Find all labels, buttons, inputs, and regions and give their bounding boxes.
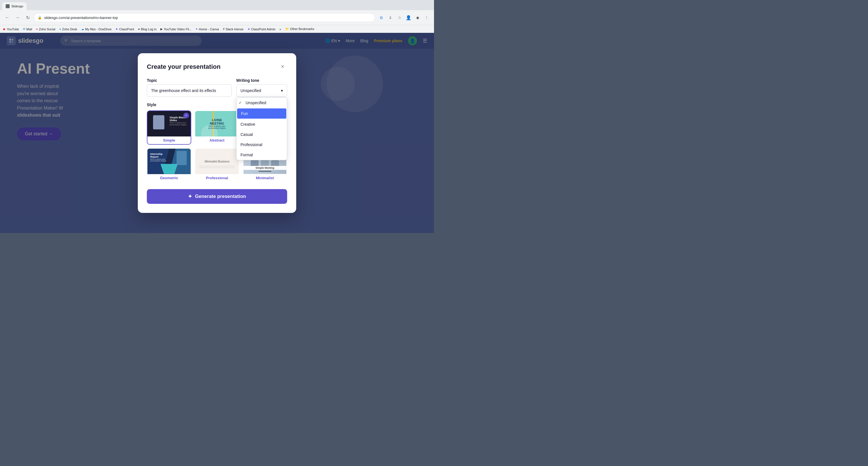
tone-label: Writing tone bbox=[236, 78, 287, 83]
dropdown-item-casual[interactable]: Casual bbox=[237, 129, 287, 140]
abstract-line1: LIVINE bbox=[208, 118, 225, 122]
extension-icon[interactable]: ◆ bbox=[414, 13, 422, 22]
google-icon[interactable]: G bbox=[377, 13, 385, 22]
dropdown-label-formal: Formal bbox=[241, 153, 253, 157]
dropdown-label-professional: Professional bbox=[241, 142, 262, 147]
simple-text-line2b: presentation begins bbox=[169, 124, 187, 126]
style-thumbnail-geometric: Internship Report Here is where your pre… bbox=[147, 149, 191, 174]
dropdown-item-professional[interactable]: Professional bbox=[237, 140, 287, 150]
min-line bbox=[258, 171, 271, 172]
bookmark-slack[interactable]: #Slack Inknoe bbox=[223, 27, 244, 31]
bookmark-youtube2[interactable]: ▶YouTube Video Fil... bbox=[160, 27, 191, 31]
profile-icon[interactable]: 👤 bbox=[405, 13, 412, 22]
bookmark-zoho-desk[interactable]: ●Zoho Desk bbox=[59, 27, 77, 31]
bookmark-zoho-social[interactable]: ●Zoho Social bbox=[36, 27, 55, 31]
bookmark-icon[interactable]: ☆ bbox=[396, 13, 403, 22]
generate-button-label: Generate presentation bbox=[195, 194, 246, 199]
prof-line2 bbox=[199, 168, 235, 168]
geo-text-line4: presentation begins bbox=[150, 160, 166, 162]
geo-text-line1: Internship bbox=[150, 153, 166, 155]
dropdown-item-formal[interactable]: Formal bbox=[237, 150, 287, 160]
create-presentation-modal: Create your presentation × Topic Writing… bbox=[138, 53, 296, 213]
abstract-line2b: presentation begins bbox=[208, 127, 225, 129]
refresh-button[interactable]: ↻ bbox=[24, 13, 32, 22]
tone-group: Writing tone Unspecified ▾ ✓ Unspecified… bbox=[236, 78, 287, 97]
style-card-simple[interactable]: Simple Black Slides Here is where your p… bbox=[147, 110, 191, 145]
tone-dropdown: ✓ Unspecified Fun Creative Casual Profes… bbox=[236, 97, 287, 160]
download-icon[interactable]: ⇓ bbox=[386, 13, 394, 22]
prof-line1 bbox=[199, 166, 235, 166]
style-thumbnail-abstract: LIVINE MEETING Here is where your presen… bbox=[195, 111, 239, 137]
generate-button[interactable]: ✦ Generate presentation bbox=[147, 189, 287, 204]
abstract-line2: Here is where your bbox=[208, 125, 225, 127]
dropdown-label-unspecified: Unspecified bbox=[246, 100, 266, 105]
min-text: Simple Meeting bbox=[244, 166, 286, 170]
topic-group: Topic bbox=[147, 78, 232, 97]
simple-check-badge: ✓ bbox=[183, 113, 189, 118]
chevron-down-icon: ▾ bbox=[281, 88, 283, 93]
toolbar-icons: G ⇓ ☆ 👤 ◆ ⋮ bbox=[377, 13, 431, 22]
browser-tabs: Slidesgo bbox=[0, 0, 434, 10]
dropdown-item-unspecified[interactable]: ✓ Unspecified bbox=[237, 98, 287, 108]
bookmark-classpoint[interactable]: ★ClassPoint bbox=[116, 27, 134, 31]
topic-input[interactable] bbox=[147, 84, 232, 97]
topic-label: Topic bbox=[147, 78, 232, 83]
tone-selected-value: Unspecified bbox=[241, 88, 261, 93]
style-name-professional: Professional bbox=[195, 174, 239, 182]
check-icon: ✓ bbox=[239, 101, 243, 105]
abstract-line1b: MEETING bbox=[208, 122, 225, 125]
prof-text: Minimalist Business bbox=[205, 160, 229, 163]
url-text: slidesgo.com/ai-presentations#rs=banner-… bbox=[44, 16, 118, 20]
browser-chrome: Slidesgo ← → ↻ 🔒 slidesgo.com/ai-present… bbox=[0, 0, 434, 25]
bookmark-classpoint-admin[interactable]: ★ClassPoint Admin bbox=[248, 27, 276, 31]
bookmark-canva[interactable]: ✦Home - Canva bbox=[195, 27, 219, 31]
dropdown-item-fun[interactable]: Fun bbox=[237, 109, 286, 119]
dropdown-item-creative[interactable]: Creative bbox=[237, 119, 287, 129]
style-name-abstract: Abstract bbox=[195, 137, 239, 144]
style-card-geometric[interactable]: Internship Report Here is where your pre… bbox=[147, 148, 191, 182]
dropdown-label-fun: Fun bbox=[241, 111, 248, 116]
modal-close-button[interactable]: × bbox=[278, 62, 287, 71]
style-name-geometric: Geometric bbox=[147, 174, 191, 182]
simple-text-line2: Here is where your bbox=[169, 122, 187, 124]
forward-button[interactable]: → bbox=[13, 13, 22, 22]
tab-favicon bbox=[6, 4, 10, 8]
dropdown-label-creative: Creative bbox=[241, 122, 255, 126]
style-thumbnail-simple: Simple Black Slides Here is where your p… bbox=[147, 111, 191, 137]
style-card-professional[interactable]: Minimalist Business Professional bbox=[195, 148, 239, 182]
tone-select[interactable]: Unspecified ▾ bbox=[236, 84, 287, 97]
modal-title: Create your presentation bbox=[147, 63, 220, 70]
back-button[interactable]: ← bbox=[3, 13, 11, 22]
bookmark-onedrive[interactable]: ☁My files - OneDrive bbox=[81, 27, 112, 31]
sparkle-icon: ✦ bbox=[188, 193, 192, 200]
style-thumbnail-professional: Minimalist Business bbox=[195, 149, 239, 174]
browser-toolbar: ← → ↻ 🔒 slidesgo.com/ai-presentations#rs… bbox=[0, 10, 434, 25]
dropdown-label-casual: Casual bbox=[241, 132, 253, 137]
style-name-minimalist: Minimalist bbox=[243, 174, 287, 182]
bookmarks-bar: ▶YouTube ✉Mail ●Zoho Social ●Zoho Desk ☁… bbox=[0, 25, 434, 33]
active-tab[interactable]: Slidesgo bbox=[2, 2, 27, 10]
more-icon[interactable]: ⋮ bbox=[423, 13, 431, 22]
bookmark-blog[interactable]: ●Blog Log in bbox=[138, 27, 156, 31]
form-row: Topic Writing tone Unspecified ▾ ✓ Unspe… bbox=[147, 78, 287, 97]
modal-header: Create your presentation × bbox=[147, 62, 287, 71]
page-background: slidesgo 🔍 Search a template 🌐 EN ▾ More… bbox=[0, 33, 434, 233]
lock-icon: 🔒 bbox=[38, 16, 42, 20]
style-card-abstract[interactable]: LIVINE MEETING Here is where your presen… bbox=[195, 110, 239, 145]
bookmark-more[interactable]: » bbox=[280, 27, 281, 31]
abstract-meeting-text: LIVINE MEETING Here is where your presen… bbox=[208, 118, 225, 129]
address-bar[interactable]: 🔒 slidesgo.com/ai-presentations#rs=banne… bbox=[34, 13, 375, 22]
geo-text: Internship Report Here is where your pre… bbox=[150, 153, 166, 162]
simple-person-silhouette bbox=[153, 115, 164, 129]
style-name-simple: Simple bbox=[147, 137, 191, 144]
bookmark-mail[interactable]: ✉Mail bbox=[23, 27, 32, 31]
bookmark-youtube[interactable]: ▶YouTube bbox=[3, 27, 19, 31]
simple-text-line1b: Slides bbox=[169, 119, 187, 122]
bookmark-other[interactable]: 📁 Other Bookmarks bbox=[285, 27, 314, 31]
geo-text-line2: Report bbox=[150, 155, 166, 158]
geo-person bbox=[177, 151, 187, 165]
tab-label: Slidesgo bbox=[11, 4, 23, 8]
